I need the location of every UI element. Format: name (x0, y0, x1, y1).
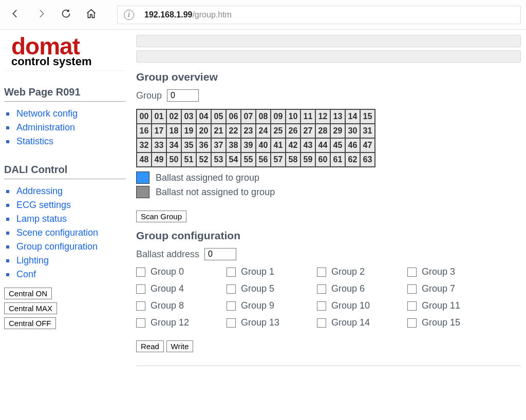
central-off-button[interactable]: Central OFF (4, 317, 56, 329)
group-checkbox-2[interactable]: Group 2 (317, 266, 407, 277)
ballast-cell[interactable]: 62 (345, 152, 360, 167)
ballast-cell[interactable]: 35 (181, 138, 196, 152)
checkbox[interactable] (317, 284, 326, 294)
ballast-cell[interactable]: 63 (360, 152, 375, 167)
checkbox[interactable] (407, 301, 417, 311)
ballast-cell[interactable]: 53 (211, 152, 226, 167)
sidebar-item-addressing[interactable]: Addressing (6, 184, 126, 198)
checkbox[interactable] (407, 284, 417, 294)
group-checkbox-8[interactable]: Group 8 (136, 300, 227, 311)
ballast-cell[interactable]: 13 (330, 109, 345, 124)
link[interactable]: Scene configuration (16, 227, 98, 238)
ballast-cell[interactable]: 22 (226, 124, 241, 138)
back-button[interactable] (10, 8, 21, 22)
ballast-cell[interactable]: 25 (271, 124, 286, 138)
checkbox[interactable] (136, 318, 145, 328)
group-checkbox-3[interactable]: Group 3 (407, 266, 498, 277)
group-checkbox-0[interactable]: Group 0 (136, 266, 227, 277)
ballast-cell[interactable]: 28 (315, 124, 330, 138)
checkbox[interactable] (136, 284, 145, 294)
ballast-cell[interactable]: 08 (256, 109, 271, 124)
ballast-cell[interactable]: 34 (166, 138, 181, 152)
checkbox[interactable] (227, 318, 236, 328)
ballast-cell[interactable]: 24 (256, 124, 271, 138)
ballast-cell[interactable]: 58 (286, 152, 300, 167)
ballast-cell[interactable]: 05 (211, 109, 226, 124)
ballast-cell[interactable]: 11 (300, 109, 315, 124)
ballast-cell[interactable]: 56 (256, 152, 271, 167)
ballast-cell[interactable]: 52 (196, 152, 211, 167)
ballast-cell[interactable]: 39 (241, 138, 256, 152)
sidebar-item-group-configuration[interactable]: Group configuration (6, 240, 126, 254)
ballast-cell[interactable]: 49 (152, 152, 166, 167)
ballast-cell[interactable]: 30 (345, 124, 360, 138)
group-checkbox-12[interactable]: Group 12 (136, 317, 227, 328)
ballast-cell[interactable]: 09 (271, 109, 286, 124)
group-checkbox-5[interactable]: Group 5 (227, 283, 317, 294)
sidebar-item-administration[interactable]: Administration (6, 121, 126, 135)
link[interactable]: Network config (16, 108, 78, 119)
ballast-cell[interactable]: 12 (315, 109, 330, 124)
group-checkbox-4[interactable]: Group 4 (136, 283, 227, 294)
ballast-cell[interactable]: 43 (300, 138, 315, 152)
ballast-cell[interactable]: 38 (226, 138, 241, 152)
forward-button[interactable] (35, 8, 46, 22)
checkbox[interactable] (407, 318, 417, 328)
read-button[interactable]: Read (136, 340, 164, 352)
ballast-cell[interactable]: 01 (152, 109, 166, 124)
ballast-cell[interactable]: 10 (286, 109, 300, 124)
group-checkbox-11[interactable]: Group 11 (407, 300, 498, 311)
group-checkbox-1[interactable]: Group 1 (227, 266, 317, 277)
ballast-cell[interactable]: 23 (241, 124, 256, 138)
group-checkbox-15[interactable]: Group 15 (407, 317, 498, 328)
ballast-cell[interactable]: 47 (360, 138, 375, 152)
group-checkbox-6[interactable]: Group 6 (317, 283, 407, 294)
ballast-cell[interactable]: 46 (345, 138, 360, 152)
ballast-cell[interactable]: 02 (166, 109, 181, 124)
checkbox[interactable] (227, 301, 236, 311)
central-on-button[interactable]: Central ON (4, 288, 52, 299)
ballast-cell[interactable]: 17 (152, 124, 166, 138)
ballast-cell[interactable]: 57 (271, 152, 286, 167)
ballast-cell[interactable]: 20 (196, 124, 211, 138)
ballast-cell[interactable]: 48 (137, 152, 152, 167)
ballast-address-input[interactable] (204, 248, 236, 260)
ballast-cell[interactable]: 14 (345, 109, 360, 124)
sidebar-item-network-config[interactable]: Network config (6, 107, 126, 121)
address-bar[interactable]: i 192.168.1.99 /group.htm (117, 6, 521, 24)
ballast-cell[interactable]: 32 (137, 138, 152, 152)
link[interactable]: ECG settings (16, 200, 71, 211)
ballast-cell[interactable]: 51 (181, 152, 196, 167)
ballast-cell[interactable]: 40 (256, 138, 271, 152)
ballast-cell[interactable]: 29 (330, 124, 345, 138)
link[interactable]: Group configuration (16, 241, 98, 252)
ballast-cell[interactable]: 45 (330, 138, 345, 152)
checkbox[interactable] (317, 318, 326, 328)
ballast-cell[interactable]: 04 (196, 109, 211, 124)
ballast-cell[interactable]: 16 (137, 124, 152, 138)
checkbox[interactable] (317, 268, 326, 277)
sidebar-item-statistics[interactable]: Statistics (6, 135, 126, 148)
ballast-cell[interactable]: 33 (152, 138, 166, 152)
ballast-cell[interactable]: 44 (315, 138, 330, 152)
ballast-cell[interactable]: 00 (137, 109, 152, 124)
ballast-cell[interactable]: 15 (360, 109, 375, 124)
ballast-cell[interactable]: 03 (181, 109, 196, 124)
ballast-cell[interactable]: 07 (241, 109, 256, 124)
ballast-cell[interactable]: 55 (241, 152, 256, 167)
ballast-cell[interactable]: 54 (226, 152, 241, 167)
link[interactable]: Lighting (16, 255, 49, 266)
ballast-cell[interactable]: 26 (286, 124, 300, 138)
ballast-cell[interactable]: 61 (330, 152, 345, 167)
link[interactable]: Administration (16, 122, 75, 133)
group-checkbox-14[interactable]: Group 14 (317, 317, 407, 328)
link[interactable]: Lamp status (16, 214, 67, 224)
ballast-cell[interactable]: 42 (286, 138, 300, 152)
group-checkbox-13[interactable]: Group 13 (227, 317, 317, 328)
ballast-cell[interactable]: 59 (300, 152, 315, 167)
checkbox[interactable] (407, 268, 417, 277)
sidebar-item-scene-configuration[interactable]: Scene configuration (6, 226, 126, 240)
home-button[interactable] (86, 8, 97, 22)
group-checkbox-9[interactable]: Group 9 (227, 300, 317, 311)
ballast-cell[interactable]: 27 (300, 124, 315, 138)
